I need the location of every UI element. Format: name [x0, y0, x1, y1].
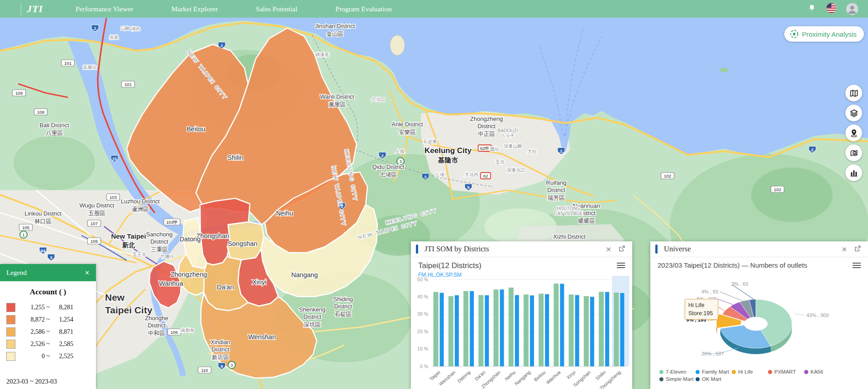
donut-label-okmart: 3% , 60: [731, 281, 748, 287]
map-label: New Taipei: [111, 232, 146, 240]
map-style-button[interactable]: [845, 85, 862, 101]
legend-dot: [659, 370, 663, 374]
legend-dot: [696, 377, 700, 381]
legend-swatch: [6, 303, 15, 312]
bar-blue-Da'an[interactable]: [485, 295, 489, 366]
nav-item-sales-potential[interactable]: Sales Potential: [256, 5, 297, 13]
map-label: Linkou District: [24, 210, 62, 217]
bar-blue-Zhongzheng[interactable]: [620, 293, 624, 366]
bar-green-Beitou[interactable]: [539, 293, 544, 366]
map-label: 萬里區: [329, 101, 346, 108]
map-label: 大坑內: [465, 172, 478, 177]
nav-item-market-explorer[interactable]: Market Explorer: [171, 5, 218, 13]
nav-menu: Performance Viewer Market Explorer Sales…: [76, 5, 391, 13]
map-label: 蘆洲區: [132, 206, 149, 212]
som-chart-menu-icon[interactable]: [617, 261, 625, 269]
bar-blue-Wenshan[interactable]: [455, 295, 459, 366]
legend-item-hilife[interactable]: Hi Life: [732, 369, 768, 375]
bar-green-Taipei[interactable]: [434, 292, 439, 366]
bar-blue-Taipei[interactable]: [440, 293, 444, 366]
svg-text:109: 109: [15, 91, 23, 96]
nav-item-program-evaluation[interactable]: Program Evaluation: [335, 5, 391, 13]
universe-chart-menu-icon[interactable]: [853, 261, 861, 269]
legend-item-ka56[interactable]: KA56: [804, 369, 840, 375]
donut-label-familymart: 29% , 597: [701, 351, 724, 356]
bar-blue-Songshan[interactable]: [590, 297, 594, 366]
legend-swatch: [6, 327, 15, 336]
universe-open-in-new-icon[interactable]: [854, 245, 861, 253]
bell-icon[interactable]: [807, 4, 816, 14]
som-accent-bar: [416, 245, 418, 254]
bar-blue-Xinyi[interactable]: [575, 295, 579, 366]
route-shield: 102: [771, 186, 784, 192]
bar-blue-Shilin[interactable]: [605, 292, 609, 366]
svg-text:106: 106: [171, 330, 178, 335]
bar-blue-Datong[interactable]: [470, 291, 474, 366]
user-avatar[interactable]: [846, 3, 858, 15]
som-open-in-new-icon[interactable]: [619, 245, 625, 253]
legend-item-7eleven[interactable]: 7-Eleven: [659, 369, 696, 375]
donut-label-leader: [720, 292, 743, 301]
proximity-analysis-button[interactable]: Proximity Analysis: [784, 26, 864, 42]
bar-green-Shilin[interactable]: [599, 292, 604, 366]
bar-blue-Wanhua[interactable]: [560, 284, 564, 366]
map-search-button[interactable]: 3: [845, 144, 862, 161]
nav-item-performance-viewer[interactable]: Performance Viewer: [76, 5, 133, 13]
bar-green-Zhongshan[interactable]: [494, 289, 499, 366]
map-label: Sanchong: [146, 231, 173, 238]
bar-blue-Nangang[interactable]: [530, 295, 534, 366]
bar-green-Zhongzheng[interactable]: [614, 293, 619, 366]
map-label: 高層坑: [83, 65, 96, 70]
bar-green-Neihu[interactable]: [509, 288, 514, 366]
legend-close-icon[interactable]: ✕: [85, 269, 90, 276]
map-label: District: [303, 313, 321, 320]
map-label: 崁尾: [110, 35, 119, 40]
layers-button[interactable]: [845, 105, 862, 121]
svg-text:9: 9: [220, 364, 223, 369]
bar-green-Da'an[interactable]: [478, 295, 483, 366]
svg-text:101: 101: [124, 82, 132, 87]
map-label: Keelung City: [424, 146, 472, 155]
district-label-wanhua: Wanhua: [159, 280, 183, 287]
location-pin-button[interactable]: [845, 125, 862, 141]
map-label: Taipei City: [105, 305, 153, 315]
map-label: 七堵區: [380, 172, 397, 178]
map-label: 五股區: [88, 210, 105, 216]
legend-item-familymart[interactable]: Family Mart: [696, 369, 732, 375]
bar-blue-Zhongshan[interactable]: [500, 289, 504, 366]
language-flag-us-icon[interactable]: [826, 3, 836, 15]
location-pin-icon: [849, 129, 858, 138]
bar-green-Songshan[interactable]: [584, 296, 589, 366]
jti-logo[interactable]: JTI: [27, 3, 43, 15]
bar-green-Nangang[interactable]: [524, 294, 529, 366]
bar-green-Wanhua[interactable]: [553, 283, 558, 366]
svg-text:107: 107: [91, 221, 98, 226]
legend-range-to: 2,525: [50, 353, 73, 360]
bar-green-Datong[interactable]: [463, 291, 468, 366]
map-label: Ruifang: [546, 179, 567, 186]
svg-text:103甲: 103甲: [166, 220, 177, 225]
bar-green-Xinyi[interactable]: [569, 294, 574, 366]
legend-item-simplemart[interactable]: Simple Mart: [659, 376, 696, 382]
legend-item-pxmart[interactable]: PXMART: [768, 369, 804, 375]
som-close-icon[interactable]: ✕: [606, 246, 611, 253]
bar-green-Wenshan[interactable]: [448, 296, 453, 366]
y-axis-tick: 50 %: [417, 277, 428, 282]
legend-item-okmart[interactable]: OK Mart: [696, 376, 732, 382]
svg-text:102: 102: [664, 173, 671, 178]
map-icon: [849, 89, 858, 98]
svg-text:5: 5: [467, 185, 469, 190]
map-label: District: [477, 123, 496, 130]
map-label: Xindian: [210, 339, 230, 346]
bar-blue-Neihu[interactable]: [515, 295, 519, 366]
svg-text:102: 102: [774, 187, 781, 192]
route-shield: 103: [107, 194, 120, 200]
universe-close-icon[interactable]: ✕: [841, 246, 847, 253]
svg-text:3: 3: [854, 151, 855, 154]
map-canvas[interactable]: 222222156413359101101105107106103103甲106…: [0, 18, 868, 389]
legend-range-from: 2,586 ~: [15, 328, 50, 336]
chart-tool-button[interactable]: [845, 164, 862, 181]
map-label: Qidu District: [372, 163, 405, 170]
bar-blue-Beitou[interactable]: [545, 294, 549, 366]
legend-row-4: 0 ~ 2,525: [0, 350, 96, 362]
